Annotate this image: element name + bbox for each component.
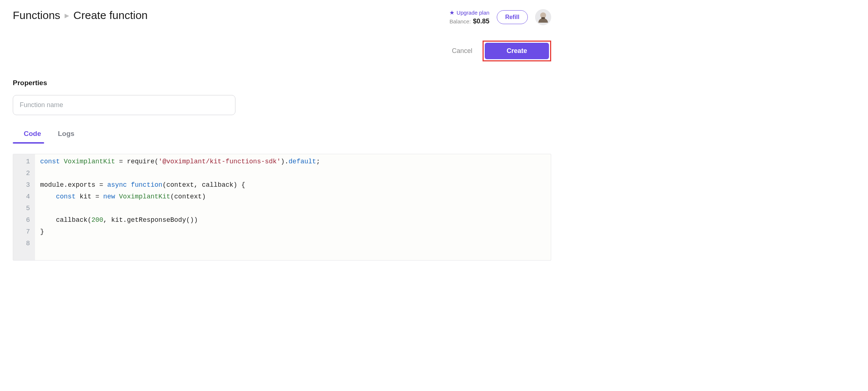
line-number: 2 <box>20 167 31 179</box>
refill-button[interactable]: Refill <box>497 10 528 24</box>
balance-amount: $0.85 <box>473 18 489 25</box>
code-line <box>40 202 546 214</box>
upgrade-plan-label: Upgrade plan <box>457 10 489 16</box>
breadcrumb-root[interactable]: Functions <box>13 9 60 22</box>
line-number: 3 <box>20 179 31 191</box>
code-editor[interactable]: 12345678 const VoximplantKit = require('… <box>13 154 551 261</box>
svg-rect-2 <box>541 17 545 19</box>
code-gutter: 12345678 <box>13 154 35 260</box>
page-header: Functions ▶ Create function ★ Upgrade pl… <box>13 9 551 25</box>
avatar-image <box>535 9 551 25</box>
tab-code[interactable]: Code <box>24 130 41 143</box>
upgrade-plan-link[interactable]: ★ Upgrade plan <box>449 9 489 16</box>
avatar[interactable] <box>535 9 551 25</box>
line-number: 7 <box>20 226 31 238</box>
code-content[interactable]: const VoximplantKit = require('@voximpla… <box>35 154 551 260</box>
code-line <box>40 238 546 249</box>
properties-heading: Properties <box>13 79 551 87</box>
function-name-input[interactable] <box>13 95 235 115</box>
code-line: } <box>40 226 546 238</box>
create-button[interactable]: Create <box>485 43 549 59</box>
breadcrumb-current: Create function <box>73 9 147 22</box>
line-number: 5 <box>20 202 31 214</box>
cancel-button[interactable]: Cancel <box>452 47 472 55</box>
editor-tabs: Code Logs <box>13 130 551 143</box>
breadcrumb: Functions ▶ Create function <box>13 9 148 22</box>
line-number: 8 <box>20 238 31 249</box>
plan-balance-block: ★ Upgrade plan Balance: $0.85 <box>449 9 489 25</box>
line-number: 1 <box>20 156 31 167</box>
actions-row: Cancel Create <box>13 41 551 61</box>
star-icon: ★ <box>449 9 454 16</box>
header-right: ★ Upgrade plan Balance: $0.85 Refill <box>449 9 551 25</box>
tab-logs[interactable]: Logs <box>58 130 74 143</box>
create-button-highlight: Create <box>483 41 551 61</box>
balance-label: Balance: <box>449 18 471 24</box>
code-line <box>40 167 546 179</box>
code-line: const VoximplantKit = require('@voximpla… <box>40 156 546 167</box>
balance-row: Balance: $0.85 <box>449 18 489 25</box>
code-line: callback(200, kit.getResponseBody()) <box>40 214 546 226</box>
code-line: const kit = new VoximplantKit(context) <box>40 191 546 202</box>
line-number: 6 <box>20 214 31 226</box>
chevron-right-icon: ▶ <box>65 12 69 19</box>
line-number: 4 <box>20 191 31 202</box>
code-line: module.exports = async function(context,… <box>40 179 546 191</box>
